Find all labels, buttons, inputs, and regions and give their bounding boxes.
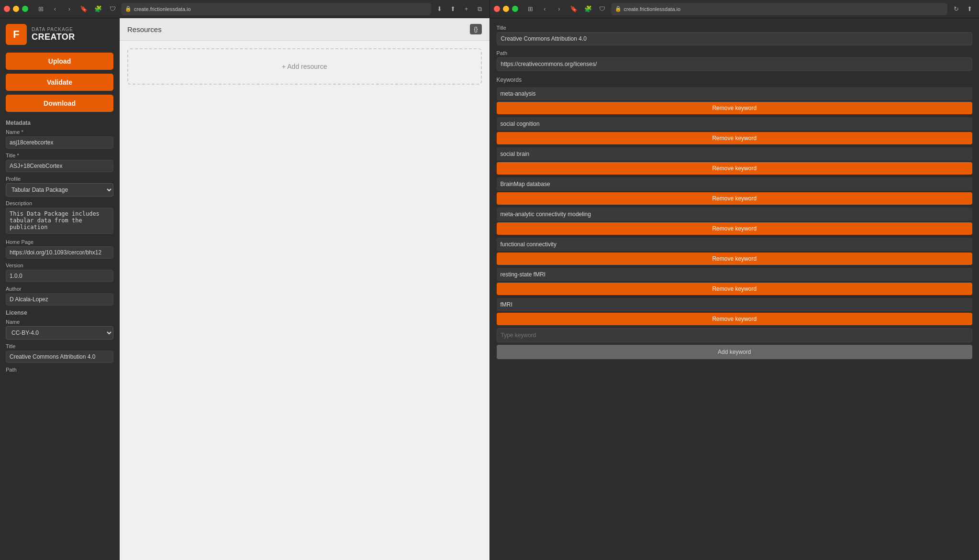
keyword-tag: BrainMap database xyxy=(497,177,973,191)
keywords-section-label: Keywords xyxy=(497,77,973,83)
right-traffic-light-green[interactable] xyxy=(512,6,518,12)
list-item: resting-state fMRIRemove keyword xyxy=(497,268,973,295)
profile-select[interactable]: Tabular Data Package xyxy=(6,183,113,197)
right-traffic-light-red[interactable] xyxy=(494,6,500,12)
json-toggle-button[interactable]: {} xyxy=(470,24,481,34)
name-field-group: Name * xyxy=(6,129,113,149)
main-content: Resources {} + Add resource xyxy=(120,18,490,560)
right-path-input[interactable] xyxy=(497,57,973,71)
right-extensions-btn[interactable]: 🧩 xyxy=(582,3,594,15)
left-browser-pane: ⊞ ‹ › 🔖 🧩 🛡 🔒 create.frictionlessdata.io… xyxy=(0,0,490,560)
remove-keyword-button[interactable]: Remove keyword xyxy=(497,132,973,144)
author-label: Author xyxy=(6,286,113,292)
name-label: Name * xyxy=(6,129,113,135)
keyword-tag: functional connectivity xyxy=(497,238,973,251)
right-shield-icon[interactable]: 🛡 xyxy=(597,3,608,15)
left-url: create.frictionlessdata.io xyxy=(134,6,191,12)
back-btn[interactable]: ‹ xyxy=(49,3,61,15)
list-item: social cognitionRemove keyword xyxy=(497,117,973,144)
remove-keyword-button[interactable]: Remove keyword xyxy=(497,253,973,265)
license-title-input[interactable] xyxy=(6,351,113,363)
remove-keyword-button[interactable]: Remove keyword xyxy=(497,313,973,325)
logo-text: DATA PACKAGE CREATOR xyxy=(32,27,75,42)
resources-body: + Add resource xyxy=(120,41,490,560)
metadata-section-label: Metadata xyxy=(6,120,113,126)
new-tab-btn[interactable]: + xyxy=(461,3,472,15)
description-textarea[interactable]: This Data Package includes tabular data … xyxy=(6,208,113,234)
right-lock-icon: 🔒 xyxy=(615,6,622,12)
logo-letter: F xyxy=(13,28,19,41)
add-keyword-item: Add keyword xyxy=(497,328,973,359)
add-resource-box[interactable]: + Add resource xyxy=(127,48,482,85)
right-license-title-group: Title xyxy=(497,25,973,45)
validate-button[interactable]: Validate xyxy=(6,74,113,91)
right-traffic-light-yellow[interactable] xyxy=(503,6,509,12)
upload-button[interactable]: Upload xyxy=(6,53,113,70)
traffic-light-red[interactable] xyxy=(4,6,10,12)
keyword-tag: social cognition xyxy=(497,117,973,131)
duplicate-tab-btn[interactable]: ⧉ xyxy=(474,3,486,15)
list-item: meta-analysisRemove keyword xyxy=(497,87,973,114)
app-logo: F DATA PACKAGE CREATOR xyxy=(6,24,113,45)
remove-keyword-button[interactable]: Remove keyword xyxy=(497,283,973,295)
left-traffic-lights xyxy=(4,6,28,12)
keyword-tag: meta-analysis xyxy=(497,87,973,100)
description-field-group: Description This Data Package includes t… xyxy=(6,200,113,235)
resources-title: Resources xyxy=(127,25,162,33)
shield-icon[interactable]: 🛡 xyxy=(107,3,118,15)
license-section-label: License xyxy=(6,309,113,316)
right-address-bar[interactable]: 🔒 create.frictionlessdata.io xyxy=(611,3,948,15)
right-traffic-lights xyxy=(494,6,518,12)
author-field-group: Author xyxy=(6,286,113,306)
description-label: Description xyxy=(6,200,113,206)
sidebar-toggle-btn[interactable]: ⊞ xyxy=(35,3,46,15)
download-icon[interactable]: ⬇ xyxy=(434,3,445,15)
name-input[interactable] xyxy=(6,136,113,149)
right-license-title-input[interactable] xyxy=(497,32,973,45)
logo-top: DATA PACKAGE xyxy=(32,27,75,32)
profile-field-group: Profile Tabular Data Package xyxy=(6,176,113,197)
right-back-btn[interactable]: ‹ xyxy=(539,3,551,15)
share-icon[interactable]: ⬆ xyxy=(447,3,459,15)
metadata-section: Metadata Name * Title * Profile Tabular … xyxy=(6,120,113,376)
homepage-input[interactable] xyxy=(6,246,113,259)
remove-keyword-button[interactable]: Remove keyword xyxy=(497,192,973,205)
title-input[interactable] xyxy=(6,160,113,172)
right-tab-bar: ⊞ ‹ › 🔖 🧩 🛡 🔒 create.frictionlessdata.io… xyxy=(490,0,979,18)
right-bookmark-btn[interactable]: 🔖 xyxy=(568,3,579,15)
keyword-tag: fMRI xyxy=(497,298,973,311)
keyword-tag: social brain xyxy=(497,147,973,161)
right-path-label: Path xyxy=(497,50,973,56)
list-item: meta-analytic connectivity modelingRemov… xyxy=(497,208,973,235)
left-address-bar[interactable]: 🔒 create.frictionlessdata.io xyxy=(121,3,431,15)
add-keyword-input[interactable] xyxy=(497,328,973,342)
add-resource-label: + Add resource xyxy=(282,63,327,70)
download-button[interactable]: Download xyxy=(6,95,113,112)
app-sidebar: F DATA PACKAGE CREATOR Upload Validate D… xyxy=(0,18,120,560)
extensions-btn[interactable]: 🧩 xyxy=(92,3,104,15)
list-item: BrainMap databaseRemove keyword xyxy=(497,177,973,205)
right-forward-btn[interactable]: › xyxy=(554,3,565,15)
bookmark-btn[interactable]: 🔖 xyxy=(78,3,89,15)
right-reload-icon[interactable]: ↻ xyxy=(950,3,962,15)
remove-keyword-button[interactable]: Remove keyword xyxy=(497,162,973,175)
left-browser-actions: ⬇ ⬆ + ⧉ xyxy=(434,3,486,15)
license-name-select[interactable]: CC-BY-4.0 xyxy=(6,326,113,340)
author-input[interactable] xyxy=(6,293,113,306)
homepage-label: Home Page xyxy=(6,239,113,245)
remove-keyword-button[interactable]: Remove keyword xyxy=(497,222,973,235)
list-item: functional connectivityRemove keyword xyxy=(497,238,973,265)
right-sidebar-toggle-btn[interactable]: ⊞ xyxy=(525,3,536,15)
traffic-light-yellow[interactable] xyxy=(13,6,19,12)
profile-label: Profile xyxy=(6,176,113,182)
traffic-light-green[interactable] xyxy=(22,6,28,12)
add-keyword-button[interactable]: Add keyword xyxy=(497,345,973,359)
remove-keyword-button[interactable]: Remove keyword xyxy=(497,102,973,114)
forward-btn[interactable]: › xyxy=(64,3,75,15)
list-item: social brainRemove keyword xyxy=(497,147,973,175)
right-share-icon[interactable]: ⬆ xyxy=(964,3,975,15)
version-input[interactable] xyxy=(6,270,113,282)
right-url: create.frictionlessdata.io xyxy=(624,6,681,12)
version-field-group: Version xyxy=(6,263,113,282)
right-browser-pane: ⊞ ‹ › 🔖 🧩 🛡 🔒 create.frictionlessdata.io… xyxy=(490,0,979,560)
